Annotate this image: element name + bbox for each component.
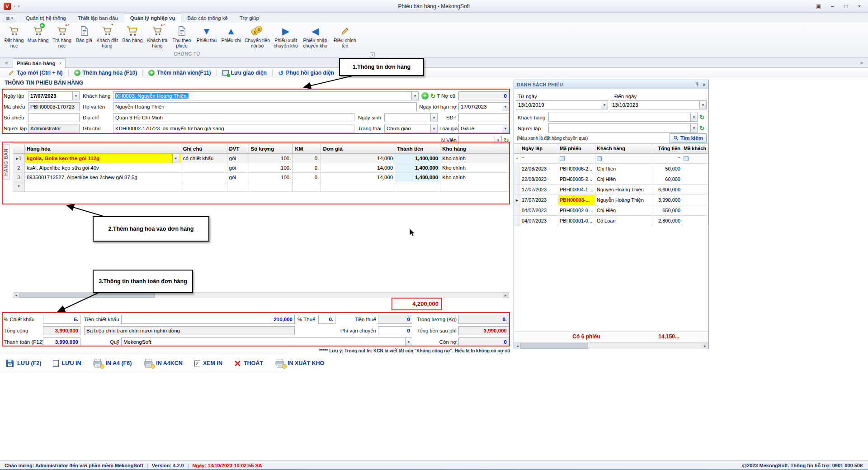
search-button[interactable]: Tìm kiếm	[670, 133, 707, 142]
ribbon-button-phieu-xuat-chuyen-kho[interactable]: ▶ Phiếu xuất chuyển kho	[271, 23, 300, 51]
cell-dvt[interactable]	[227, 182, 249, 192]
trang-thai-combo[interactable]: Chưa giao▾	[384, 124, 438, 133]
save-button[interactable]: LƯU (F2)	[5, 359, 41, 368]
ngay-toi-han-no-combo[interactable]: 17/07/2023▾	[458, 102, 509, 111]
cell-thanh-tien[interactable]	[395, 182, 440, 192]
new-item-row[interactable]: *	[13, 182, 509, 192]
filter-cell[interactable]: =	[652, 154, 682, 164]
print-a4kcn-button[interactable]: IN A4KCN	[143, 359, 183, 368]
panel-nguoi-lap-combo[interactable]: ▾	[548, 123, 698, 133]
cell-dvt[interactable]: gói	[227, 163, 249, 173]
dia-chi-field[interactable]: Quận 3 Hồ Chí Minh	[113, 113, 354, 122]
phi-van-chuyen-field[interactable]: 0	[378, 326, 412, 335]
header-don-gia[interactable]: Đơn giá	[321, 144, 395, 154]
chiet-khau-pct-field[interactable]: 5.	[43, 315, 80, 324]
add-customer-button[interactable]: +	[421, 92, 429, 100]
filter-cell[interactable]	[558, 154, 595, 164]
cell-tong-tien[interactable]: 3,990,000	[652, 195, 682, 205]
chevron-down-icon[interactable]: ▾	[690, 113, 697, 121]
header-tong-tien[interactable]: Tổng tiền	[652, 144, 682, 154]
tab-quan-tri-he-thong[interactable]: Quản trị hệ thống	[20, 13, 72, 23]
ribbon-button-khach-tra-hang[interactable]: ↩ Khách trả hàng	[146, 23, 169, 51]
close-button[interactable]: ×	[853, 1, 866, 11]
cell-hang-hoa[interactable]: 8935001712527, Alpenlibe kẹo 2chew gói 8…	[25, 173, 181, 182]
add-item-button[interactable]: + Thêm hàng hóa (F10)	[71, 68, 141, 77]
ngay-sinh-combo[interactable]: ▾	[384, 113, 438, 122]
header-so-luong[interactable]: Số lượng	[249, 144, 293, 154]
close-panel-icon[interactable]: ×	[703, 82, 706, 87]
cell-hang-hoa[interactable]	[25, 182, 181, 192]
den-ngay-combo[interactable]: 13/10/2023▾	[610, 100, 707, 109]
ho-va-ten-field[interactable]: Nguyễn Hoàng Thiên	[113, 102, 417, 111]
cell-ghi-chu[interactable]	[181, 182, 227, 192]
chevron-down-icon[interactable]: ▾	[502, 124, 509, 133]
side-tab-hang-ban[interactable]: HÀNG BÁN	[3, 144, 9, 180]
cell-don-gia[interactable]	[321, 182, 395, 192]
restore-layout-button[interactable]: ↺ Phục hồi giao diện	[274, 68, 338, 77]
panel-khach-hang-combo[interactable]: ▾	[548, 113, 698, 122]
cell-ma-khach[interactable]	[682, 164, 708, 174]
cell-km[interactable]: 0.	[293, 163, 321, 173]
tab-tro-giup[interactable]: Trợ giúp	[234, 13, 265, 23]
cell-ma-khach[interactable]	[682, 185, 708, 195]
scroll-right-icon[interactable]: ▶	[503, 293, 509, 298]
close-tab-icon[interactable]: ×	[59, 61, 62, 66]
cell-km[interactable]: 0.	[293, 154, 321, 163]
ghi-chu-field[interactable]: KDH00002-170723_ok chuyển từ báo giá san…	[113, 124, 354, 133]
tu-ngay-combo[interactable]: 13/10/2019▾	[516, 100, 608, 109]
quy-combo[interactable]: MekongSoft▾	[121, 337, 412, 347]
tab-quan-ly-nghiep-vu[interactable]: Quản lý nghiệp vụ	[124, 13, 182, 23]
cell-ngay-lap[interactable]: 04/07/2023	[520, 216, 558, 226]
cell-dvt[interactable]: gói	[227, 154, 249, 163]
cell-khach-hang[interactable]: Chị Hiền	[595, 164, 652, 174]
print-a4-button[interactable]: IN A4 (F6)	[93, 359, 132, 368]
header-khach-hang[interactable]: Khách hàng	[595, 144, 652, 154]
cell-ma-phieu[interactable]: PBH00004-1...	[558, 185, 595, 195]
trong-luong-field[interactable]: 0.	[458, 315, 509, 324]
cell-ma-phieu[interactable]: PBH00001-0...	[558, 216, 595, 226]
header-ghi-chu[interactable]: Ghi chú	[181, 144, 227, 154]
cell-tong-tien[interactable]: 2,800,000	[652, 216, 682, 226]
cell-ngay-lap[interactable]: 04/07/2023	[520, 205, 558, 216]
ribbon-button-chuyen-tien-noi-bo[interactable]: $$ Chuyển tiền nội bộ	[243, 23, 271, 51]
ribbon-button-ban-hang[interactable]: Bán hàng	[119, 23, 146, 51]
list-row[interactable]: 04/07/2023 PBH00002-0... Chị Hiền 650,00…	[514, 205, 708, 216]
cell-khach-hang[interactable]: Cô Loan	[595, 216, 652, 226]
header-ngay-lap[interactable]: Ngày lập	[520, 144, 558, 154]
cell-ghi-chu[interactable]: có chiết khấu	[181, 154, 227, 163]
tien-thue-field[interactable]: 0	[378, 315, 412, 324]
filter-cell[interactable]: =	[520, 154, 558, 164]
app-menu-button[interactable]: ▦ ▾	[3, 14, 16, 22]
cell-kho-hang[interactable]: Kho chính	[440, 163, 509, 173]
cell-don-gia[interactable]: 14,000	[321, 163, 395, 173]
item-row[interactable]: ▸1 kgolia, Golia kẹo the gói 112g▾ có ch…	[13, 154, 509, 163]
header-ma-phieu[interactable]: Mã phiếu	[558, 144, 595, 154]
cell-ma-phieu[interactable]: PBH00003-...	[558, 195, 595, 205]
cell-kho-hang[interactable]: Kho chính	[440, 173, 509, 182]
refresh-icon[interactable]: ↻	[699, 124, 705, 132]
scroll-left-icon[interactable]: ◀	[13, 293, 19, 298]
cell-ngay-lap[interactable]: 17/07/2023	[520, 185, 558, 195]
ribbon-button-phieu-thu[interactable]: ▼ Phiếu thu	[194, 23, 219, 51]
cell-ghi-chu[interactable]	[181, 173, 227, 182]
cell-khach-hang[interactable]: Nguyễn Hoàng Thiện	[595, 185, 652, 195]
header-kho-hang[interactable]: Kho hàng	[440, 144, 509, 154]
new-invoice-button[interactable]: Tạo mới (Ctrl + N)	[5, 68, 66, 77]
cell-ma-khach[interactable]	[682, 216, 708, 226]
ribbon-button-mua-hang[interactable]: + Mua hàng	[25, 23, 51, 51]
cell-tong-tien[interactable]: 6,600,000	[652, 185, 682, 195]
list-row[interactable]: 22/08/2023 PBH00005-2... Chị Hiền 60,000	[514, 174, 708, 185]
fit-window-button[interactable]: ▣	[812, 1, 826, 11]
save-print-button[interactable]: LƯU IN	[53, 360, 81, 367]
cell-kho-hang[interactable]: Kho chính	[440, 154, 509, 163]
list-hscrollbar[interactable]: ◀ ▶	[514, 342, 708, 349]
view-print-button[interactable]: ✓ XEM IN	[194, 360, 222, 366]
tien-chiet-khau-field[interactable]: 210,000	[121, 315, 295, 324]
filter-cell[interactable]	[682, 154, 708, 164]
t-no-cu-field[interactable]: 0	[458, 91, 509, 100]
cell-so-luong[interactable]	[249, 182, 293, 192]
thanh-toan-field[interactable]: 3,990,000	[43, 337, 80, 347]
nguoi-lap-field[interactable]: Administrator	[28, 124, 80, 133]
minimize-button[interactable]: –	[826, 1, 839, 11]
chevron-down-icon[interactable]: ▾	[411, 92, 418, 100]
